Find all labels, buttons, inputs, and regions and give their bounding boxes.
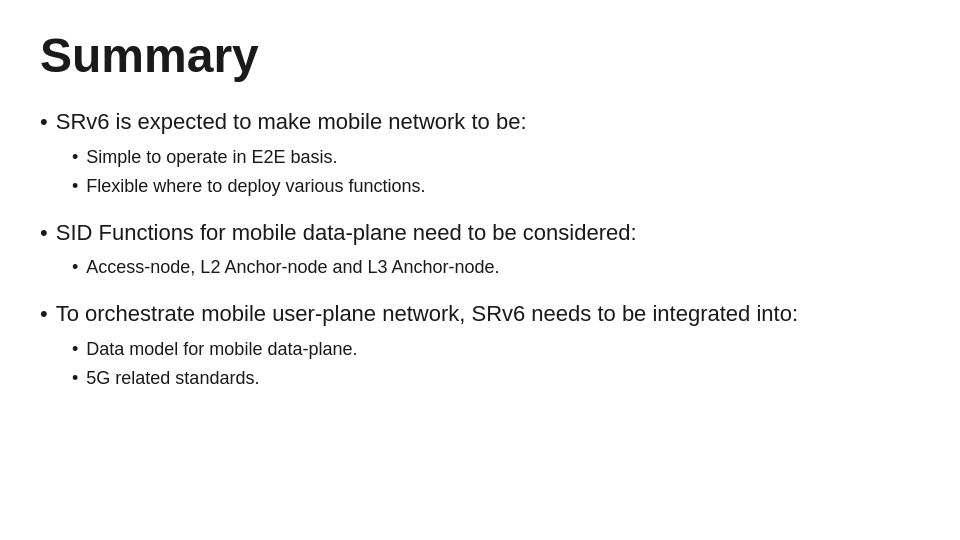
- bullet-marker-3: •: [40, 299, 48, 330]
- sub-bullet-1-2: • Flexible where to deploy various funct…: [72, 173, 920, 200]
- sub-bullet-2-1: • Access-node, L2 Anchor-node and L3 Anc…: [72, 254, 920, 281]
- sub-bullet-marker-3-2: •: [72, 365, 78, 392]
- sub-bullet-1-1: • Simple to operate in E2E basis.: [72, 144, 920, 171]
- content-area: • SRv6 is expected to make mobile networ…: [40, 107, 920, 392]
- bullet-text-level1-3: • To orchestrate mobile user-plane netwo…: [40, 299, 920, 330]
- bullet-text-level1-1: • SRv6 is expected to make mobile networ…: [40, 107, 920, 138]
- sub-bullet-marker-2-1: •: [72, 254, 78, 281]
- bullet-content-2: SID Functions for mobile data-plane need…: [56, 218, 920, 249]
- bullet-item-2: • SID Functions for mobile data-plane ne…: [40, 218, 920, 282]
- sub-bullet-content-3-1: Data model for mobile data-plane.: [86, 336, 920, 363]
- sub-bullet-content-3-2: 5G related standards.: [86, 365, 920, 392]
- sub-bullet-content-2-1: Access-node, L2 Anchor-node and L3 Ancho…: [86, 254, 920, 281]
- sub-bullet-marker-3-1: •: [72, 336, 78, 363]
- sub-bullets-1: • Simple to operate in E2E basis. • Flex…: [72, 144, 920, 200]
- sub-bullet-marker-1-2: •: [72, 173, 78, 200]
- bullet-item-3: • To orchestrate mobile user-plane netwo…: [40, 299, 920, 392]
- sub-bullet-marker-1-1: •: [72, 144, 78, 171]
- sub-bullet-3-2: • 5G related standards.: [72, 365, 920, 392]
- sub-bullet-content-1-2: Flexible where to deploy various functio…: [86, 173, 920, 200]
- bullet-marker-2: •: [40, 218, 48, 249]
- sub-bullets-2: • Access-node, L2 Anchor-node and L3 Anc…: [72, 254, 920, 281]
- bullet-item-1: • SRv6 is expected to make mobile networ…: [40, 107, 920, 200]
- bullet-content-3: To orchestrate mobile user-plane network…: [56, 299, 920, 330]
- bullet-content-1: SRv6 is expected to make mobile network …: [56, 107, 920, 138]
- bullet-marker-1: •: [40, 107, 48, 138]
- slide-container: Summary • SRv6 is expected to make mobil…: [0, 0, 960, 540]
- sub-bullets-3: • Data model for mobile data-plane. • 5G…: [72, 336, 920, 392]
- slide-title: Summary: [40, 30, 920, 83]
- sub-bullet-3-1: • Data model for mobile data-plane.: [72, 336, 920, 363]
- bullet-text-level1-2: • SID Functions for mobile data-plane ne…: [40, 218, 920, 249]
- sub-bullet-content-1-1: Simple to operate in E2E basis.: [86, 144, 920, 171]
